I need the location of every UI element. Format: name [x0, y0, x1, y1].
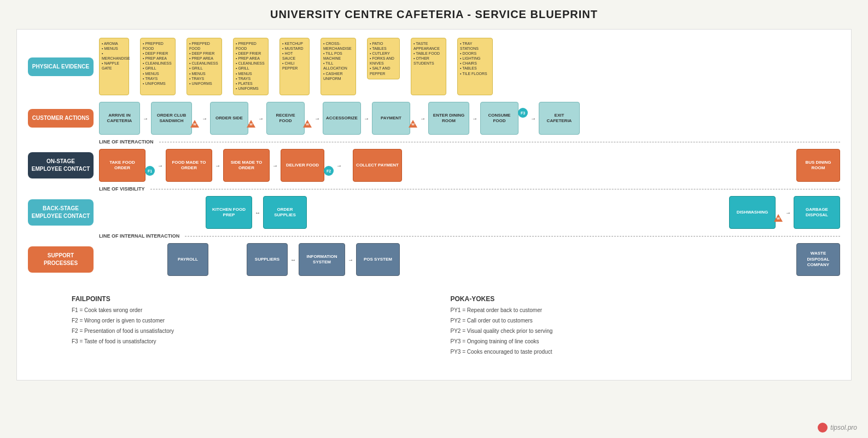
wait-point-4: W: [409, 120, 417, 128]
line-interaction-label: LINE OF INTERACTION: [99, 139, 154, 145]
wait-point-1: W: [190, 120, 199, 128]
sp-payroll: PAYROLL: [167, 243, 208, 276]
legend: FAILPOINTS F1 = Cook takes wrong order F…: [28, 284, 840, 369]
py-1: PY1 = Repeat order back to customer: [451, 306, 797, 314]
ca-exit: EXIT CAFETERIA: [539, 102, 580, 135]
watermark-text: tipsol.pro: [830, 424, 857, 431]
line-interaction: LINE OF INTERACTION: [28, 139, 840, 145]
backstage-row: BACK-STAGE EMPLOYEE CONTACT KITCHEN FOOD…: [28, 193, 840, 232]
backstage-items: KITCHEN FOOD PREP ↔ ORDER SUPPLIES DISHW…: [99, 193, 840, 232]
pe-box-5: • KETCHUP • MUSTARD • HOT SAUCE • CHILI …: [279, 38, 310, 95]
physical-evidence-label: PHYSICAL EVIDENCE: [28, 57, 94, 76]
fp-3: F2 = Presentation of food is unsatisfact…: [72, 327, 418, 335]
ec-bus-dining: BUS DINING ROOM: [796, 149, 840, 182]
ec-take-order: TAKE FOOD ORDER: [99, 149, 145, 182]
pe-box-3: • PREPPED FOOD • DEEP FRIER • PREP AREA …: [187, 38, 222, 95]
pe-box-1: • AROMA • MENUS • MERCHANDISE • NAPPLE G…: [99, 38, 129, 95]
watermark: tipsol.pro: [818, 423, 857, 433]
pokayokes-title: POKA-YOKES: [451, 295, 797, 303]
onstage-row: ON-STAGE EMPLOYEE CONTACT TAKE FOOD ORDE…: [28, 146, 840, 185]
onstage-items: TAKE FOOD ORDER F1 → FOOD MADE TO ORDER …: [99, 146, 840, 185]
sp-pos: POS SYSTEM: [356, 243, 400, 276]
sp-info-system: INFORMATION SYSTEM: [299, 243, 345, 276]
pe-box-8: • TASTE APPEARANCE • TABLE FOOD • OTHER …: [411, 38, 446, 95]
fail-point-f1: F1: [145, 166, 155, 176]
sp-waste: WASTE DISPOSAL COMPANY: [796, 243, 840, 276]
wait-point-bs: W: [774, 214, 783, 222]
ec-side-made: SIDE MADE TO ORDER: [223, 149, 270, 182]
physical-evidence-items: • AROMA • MENUS • MERCHANDISE • NAPPLE G…: [99, 35, 840, 98]
py-4: PY3 = Ongoing training of line cooks: [451, 337, 797, 345]
ca-consume-food: CONSUME FOOD: [480, 102, 519, 135]
physical-evidence-row: PHYSICAL EVIDENCE • AROMA • MENUS • MERC…: [28, 35, 840, 98]
customer-actions-row: CUSTOMER ACTIONS ARRIVE IN CAFETERIA → O…: [28, 99, 840, 137]
py-2: PY2 = Call order out to customers: [451, 316, 797, 325]
ca-enter-dining: ENTER DINING ROOM: [428, 102, 469, 135]
ca-receive-food: RECEIVE FOOD: [266, 102, 305, 135]
pe-box-4: • PREPPED FOOD • DEEP FRIER • PREP AREA …: [233, 38, 269, 95]
line-visibility: LINE OF VISIBILITY: [28, 186, 840, 192]
pe-box-2: • PREPPED FOOD • DEEP FRIER • PREP AREA …: [140, 38, 176, 95]
support-row: SUPPORT PROCESSES PAYROLL SUPPLIERS ↔ IN…: [28, 240, 840, 279]
onstage-label: ON-STAGE EMPLOYEE CONTACT: [28, 152, 94, 178]
pe-box-6: • CROSS-MERCHANDISE • TILL POS MACHINE •…: [321, 38, 356, 95]
support-label: SUPPORT PROCESSES: [28, 246, 94, 273]
backstage-label: BACK-STAGE EMPLOYEE CONTACT: [28, 199, 94, 226]
pe-box-9: • TRAY STATIONS • DOORS • LIGHTING • CHA…: [457, 38, 493, 95]
legend-pokayokes: POKA-YOKES PY1 = Repeat order back to cu…: [451, 295, 797, 358]
bs-order-supplies: ORDER SUPPLIES: [263, 196, 307, 229]
sp-suppliers: SUPPLIERS: [247, 243, 288, 276]
customer-actions-label: CUSTOMER ACTIONS: [28, 109, 94, 128]
ec-collect-payment: COLLECT PAYMENT: [353, 149, 402, 182]
legend-failpoints: FAILPOINTS F1 = Cook takes wrong order F…: [72, 295, 418, 358]
customer-actions-items: ARRIVE IN CAFETERIA → ORDER CLUB SANDWIC…: [99, 99, 840, 137]
bs-garbage: GARBAGE DISPOSAL: [794, 196, 840, 229]
pe-box-7: • PATIO • TABLES • CUTLERY • FORKS AND K…: [367, 38, 400, 79]
fp-2: F2 = Wrong order is given to customer: [72, 316, 418, 325]
ca-order-side: ORDER SIDE: [210, 102, 248, 135]
fp-1: F1 = Cook takes wrong order: [72, 306, 418, 314]
bs-kitchen: KITCHEN FOOD PREP: [206, 196, 252, 229]
watermark-icon: [818, 423, 828, 433]
py-3: PY2 = Visual quality check prior to serv…: [451, 327, 797, 335]
ca-accessorize: ACCESSORIZE: [323, 102, 361, 135]
ca-payment: PAYMENT: [372, 102, 410, 135]
ec-deliver-food: DELIVER FOOD: [281, 149, 324, 182]
fail-point-f3: F3: [518, 108, 528, 118]
failpoints-title: FAILPOINTS: [72, 295, 418, 303]
ec-food-made: FOOD MADE TO ORDER: [166, 149, 212, 182]
ca-arrive: ARRIVE IN CAFETERIA: [99, 102, 140, 135]
bs-dishwashing: DISHWASHING: [729, 196, 776, 229]
wait-point-3: W: [303, 120, 312, 128]
ca-order-sandwich: ORDER CLUB SANDWICH: [151, 102, 192, 135]
line-visibility-label: LINE OF VISIBILITY: [99, 186, 145, 192]
wait-point-2: W: [247, 120, 255, 128]
line-internal-label: LINE OF INTERNAL INTERACTION: [99, 233, 179, 239]
support-items: PAYROLL SUPPLIERS ↔ INFORMATION SYSTEM →…: [99, 240, 840, 279]
page-title: UNIVERSITY CENTRE CAFETERIA - SERVICE BL…: [11, 8, 857, 21]
fail-point-f2: F2: [324, 166, 334, 176]
fp-4: F3 = Taste of food is unsatisfactory: [72, 337, 418, 345]
py-5: PY3 = Cooks encouraged to taste product: [451, 348, 797, 356]
line-internal: LINE OF INTERNAL INTERACTION: [28, 233, 840, 239]
